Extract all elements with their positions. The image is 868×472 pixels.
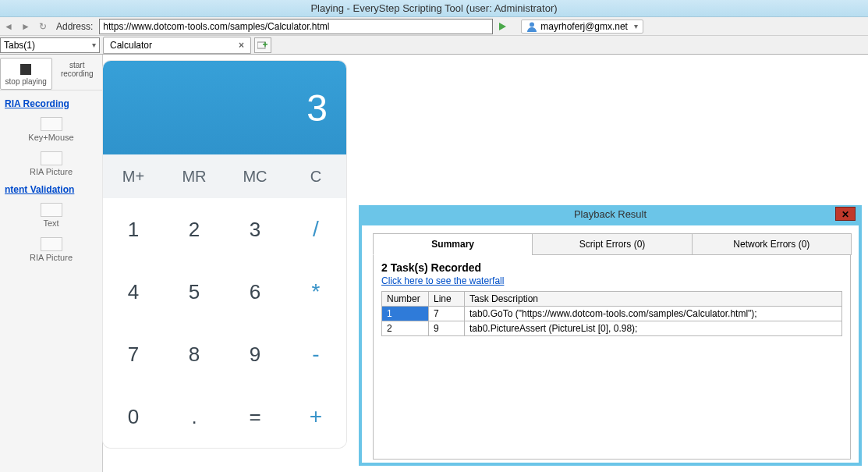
calc-key-9[interactable]: 9 (225, 323, 285, 385)
stop-playing-button[interactable]: stop playing (0, 58, 52, 90)
calc-key-4[interactable]: 4 (103, 261, 164, 323)
calc-key-0[interactable]: 0 (103, 385, 164, 448)
col-line[interactable]: Line (429, 292, 465, 307)
chevron-down-icon: ▾ (634, 22, 638, 30)
refresh-icon[interactable]: ↻ (36, 20, 50, 34)
close-button[interactable]: ✕ (835, 207, 856, 221)
cell-line: 9 (429, 321, 465, 336)
text-icon (41, 203, 62, 217)
cell-number: 1 (382, 307, 429, 321)
calc-key-7[interactable]: 7 (103, 323, 164, 385)
browser-viewport: 3 M+ MR MC C 1 2 3 / 4 5 6 * 7 8 9 - 0 (103, 55, 354, 472)
cell-line: 7 (429, 307, 465, 321)
col-description[interactable]: Task Description (465, 292, 842, 307)
calc-key-3[interactable]: 3 (225, 198, 285, 261)
picture-icon (41, 151, 62, 165)
back-icon[interactable]: ◄ (2, 20, 16, 34)
calc-mplus[interactable]: M+ (103, 154, 164, 198)
cell-desc: tab0.PictureAssert (PictureList [0], 0.9… (465, 321, 842, 336)
table-row[interactable]: 2 9 tab0.PictureAssert (PictureList [0],… (382, 321, 842, 336)
cell-desc: tab0.GoTo ("https://www.dotcom-tools.com… (465, 307, 842, 321)
sidebar-keymouse[interactable]: Key+Mouse (0, 112, 102, 147)
svg-point-1 (530, 22, 534, 27)
sidebar-ria-picture[interactable]: RIA Picture (0, 147, 102, 181)
calculator-keypad: 1 2 3 / 4 5 6 * 7 8 9 - 0 . = + (103, 198, 346, 448)
sidebar-item-label: Key+Mouse (28, 133, 73, 142)
calc-key-1[interactable]: 1 (103, 198, 164, 261)
address-toolbar: ◄ ► ↻ Address: mayrhoferj@gmx.net ▾ (0, 17, 868, 36)
tab-calculator[interactable]: Calculator × (103, 37, 251, 54)
chevron-down-icon: ▾ (92, 41, 96, 49)
calculator-memory-row: M+ MR MC C (103, 154, 346, 198)
calc-key-dot[interactable]: . (164, 385, 225, 448)
new-tab-button[interactable] (254, 37, 271, 53)
stop-label: stop playing (5, 77, 47, 86)
playback-result-panel: Playback Result ✕ Summary Script Errors … (359, 205, 862, 466)
cell-number: 2 (382, 321, 429, 336)
playback-tabs: Summary Script Errors (0) Network Errors… (373, 233, 851, 255)
start-recording-button[interactable]: start recording (52, 58, 103, 90)
svg-rect-2 (257, 42, 265, 48)
left-sidebar: stop playing start recording RIA Recordi… (0, 55, 103, 472)
waterfall-link[interactable]: Click here to see the waterfall (381, 275, 504, 286)
tasks-recorded-heading: 2 Task(s) Recorded (381, 261, 842, 274)
user-label: mayrhoferj@gmx.net (540, 21, 628, 32)
calculator-display: 3 (103, 61, 346, 154)
tasks-table: Number Line Task Description 1 7 tab0.Go… (381, 291, 842, 336)
section-ria-recording[interactable]: RIA Recording (0, 95, 102, 112)
sidebar-item-label: RIA Picture (30, 253, 73, 262)
tab-label: Calculator (110, 40, 152, 51)
playback-title: Playback Result (362, 207, 859, 222)
start-label: start recording (61, 61, 94, 78)
calc-key-8[interactable]: 8 (164, 323, 225, 385)
tab-script-errors[interactable]: Script Errors (0) (532, 233, 692, 255)
stop-icon (20, 64, 31, 75)
calc-key-multiply[interactable]: * (285, 261, 346, 323)
sidebar-ria-picture-2[interactable]: RIA Picture (0, 232, 102, 267)
sidebar-item-label: RIA Picture (30, 167, 73, 176)
user-icon (526, 21, 537, 32)
sidebar-item-label: Text (43, 218, 58, 228)
calc-mr[interactable]: MR (164, 154, 225, 198)
calculator: 3 M+ MR MC C 1 2 3 / 4 5 6 * 7 8 9 - 0 (103, 61, 346, 448)
tabs-combo-label: Tabs(1) (4, 40, 35, 51)
go-icon[interactable] (496, 20, 508, 33)
calc-key-plus[interactable]: + (285, 385, 346, 448)
calc-mc[interactable]: MC (225, 154, 285, 198)
address-input[interactable] (99, 19, 493, 34)
tabs-toolbar: Tabs(1) ▾ Calculator × (0, 36, 868, 55)
address-label: Address: (56, 21, 93, 32)
calc-key-2[interactable]: 2 (164, 198, 225, 261)
svg-marker-0 (499, 23, 506, 30)
svg-rect-4 (264, 41, 266, 46)
forward-icon[interactable]: ► (19, 20, 33, 34)
window-title: Playing - EveryStep Scripting Tool (user… (0, 0, 868, 17)
tab-network-errors[interactable]: Network Errors (0) (692, 233, 852, 255)
calc-key-divide[interactable]: / (285, 198, 346, 261)
section-content-validation[interactable]: ntent Validation (0, 181, 102, 198)
playback-body: 2 Task(s) Recorded Click here to see the… (373, 255, 851, 460)
picture-icon (41, 237, 62, 251)
user-dropdown[interactable]: mayrhoferj@gmx.net ▾ (521, 20, 643, 34)
sidebar-text[interactable]: Text (0, 198, 102, 232)
calc-key-5[interactable]: 5 (164, 261, 225, 323)
calc-key-minus[interactable]: - (285, 323, 346, 385)
col-number[interactable]: Number (382, 292, 429, 307)
close-icon[interactable]: × (239, 40, 244, 51)
tab-summary[interactable]: Summary (373, 233, 533, 255)
keyboard-icon (41, 117, 62, 131)
tabs-combo[interactable]: Tabs(1) ▾ (0, 37, 100, 53)
table-row[interactable]: 1 7 tab0.GoTo ("https://www.dotcom-tools… (382, 307, 842, 321)
calc-key-6[interactable]: 6 (225, 261, 285, 323)
calc-clear[interactable]: C (285, 154, 346, 198)
calc-key-equals[interactable]: = (225, 385, 285, 448)
